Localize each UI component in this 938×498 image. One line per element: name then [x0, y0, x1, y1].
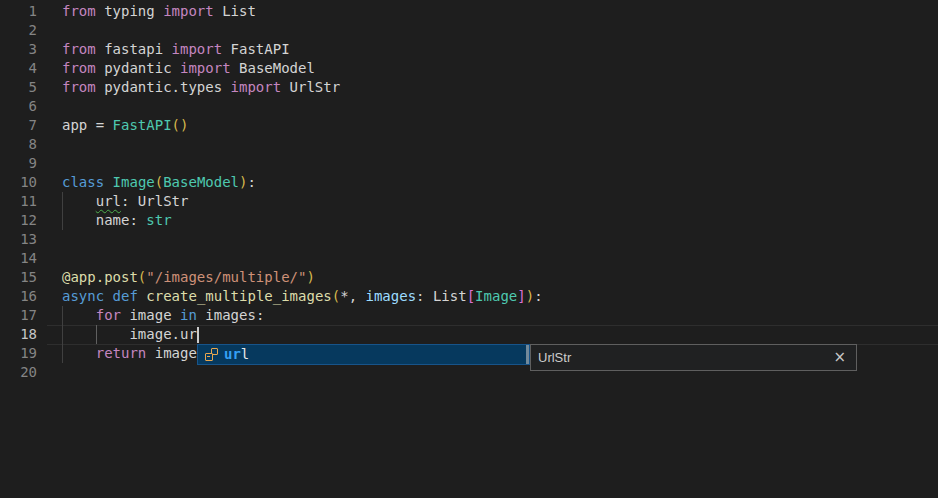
code-token: @app.post: [62, 269, 138, 285]
code-line[interactable]: 18 image.ur: [0, 325, 938, 344]
code-text: class Image(BaseModel):: [62, 173, 256, 192]
code-token: [62, 307, 96, 323]
code-token: [: [467, 288, 475, 304]
code-text: app = FastAPI(): [62, 116, 188, 135]
line-number[interactable]: 12: [0, 211, 37, 230]
code-token: image.ur: [62, 326, 197, 342]
code-token: pydantic.types: [96, 79, 231, 95]
code-token: (): [172, 117, 189, 133]
line-number[interactable]: 10: [0, 173, 37, 192]
line-number[interactable]: 11: [0, 192, 37, 211]
suggestion-detail-panel: UrlStr ×: [530, 344, 857, 371]
line-number[interactable]: 13: [0, 230, 37, 249]
code-line[interactable]: 17 for image in images:: [0, 306, 938, 325]
line-number[interactable]: 17: [0, 306, 37, 325]
code-line[interactable]: 12 name: str: [0, 211, 938, 230]
line-number[interactable]: 20: [0, 363, 37, 382]
code-line[interactable]: 9: [0, 154, 938, 173]
code-token: from: [62, 3, 96, 19]
code-line[interactable]: 7app = FastAPI(): [0, 116, 938, 135]
field-icon: [205, 348, 218, 361]
line-number[interactable]: 3: [0, 40, 37, 59]
code-token: in: [180, 307, 197, 323]
code-token: app =: [62, 117, 113, 133]
code-token: UrlStr: [281, 79, 340, 95]
line-number[interactable]: 5: [0, 78, 37, 97]
code-line[interactable]: 13: [0, 230, 938, 249]
code-line[interactable]: 10class Image(BaseModel):: [0, 173, 938, 192]
code-token: : List: [416, 288, 467, 304]
line-number[interactable]: 8: [0, 135, 37, 154]
code-token: Image: [475, 288, 517, 304]
code-token: str: [146, 212, 171, 228]
code-token: pydantic: [96, 60, 180, 76]
code-line[interactable]: 3from fastapi import FastAPI: [0, 40, 938, 59]
code-token: *,: [340, 288, 365, 304]
line-number[interactable]: 9: [0, 154, 37, 173]
code-token: images: [366, 288, 417, 304]
code-token: fastapi: [96, 41, 172, 57]
code-line[interactable]: 8: [0, 135, 938, 154]
code-token: :: [247, 174, 255, 190]
code-token: "/images/multiple/": [146, 269, 306, 285]
code-token: import: [172, 41, 223, 57]
code-token: [62, 193, 96, 209]
line-number[interactable]: 4: [0, 59, 37, 78]
code-line[interactable]: 4from pydantic import BaseModel: [0, 59, 938, 78]
code-line[interactable]: 16async def create_multiple_images(*, im…: [0, 287, 938, 306]
code-token: typing: [96, 3, 163, 19]
suggestion-detail-text: UrlStr: [538, 348, 833, 367]
code-token: ]: [517, 288, 525, 304]
code-token: [62, 345, 96, 361]
line-number[interactable]: 19: [0, 344, 37, 363]
code-line[interactable]: 14: [0, 249, 938, 268]
code-token: List: [214, 3, 256, 19]
code-text: async def create_multiple_images(*, imag…: [62, 287, 543, 306]
code-token: :: [534, 288, 542, 304]
line-number[interactable]: 7: [0, 116, 37, 135]
code-token: Image: [113, 174, 155, 190]
code-token: ): [526, 288, 534, 304]
line-number[interactable]: 16: [0, 287, 37, 306]
code-text: url: UrlStr: [62, 192, 188, 211]
line-number[interactable]: 6: [0, 97, 37, 116]
code-text: for image in images:: [62, 306, 264, 325]
code-token: import: [231, 79, 282, 95]
code-line[interactable]: 2: [0, 21, 938, 40]
code-line[interactable]: 11 url: UrlStr: [0, 192, 938, 211]
code-token: (: [155, 174, 163, 190]
code-area: 1from typing import List23from fastapi i…: [0, 2, 938, 382]
suggestion-label: url: [224, 345, 249, 364]
code-token: def: [113, 288, 138, 304]
code-text: from pydantic import BaseModel: [62, 59, 315, 78]
code-token: BaseModel: [231, 60, 315, 76]
code-token: images:: [197, 307, 264, 323]
code-token: async: [62, 288, 104, 304]
code-line[interactable]: 5from pydantic.types import UrlStr: [0, 78, 938, 97]
line-number[interactable]: 2: [0, 21, 37, 40]
code-line[interactable]: 15@app.post("/images/multiple/"): [0, 268, 938, 287]
code-token: class: [62, 174, 104, 190]
code-token: ): [306, 269, 314, 285]
suggest-scrollbar-thumb[interactable]: [526, 345, 529, 364]
line-number[interactable]: 15: [0, 268, 37, 287]
line-number[interactable]: 14: [0, 249, 37, 268]
line-number[interactable]: 1: [0, 2, 37, 21]
code-line[interactable]: 6: [0, 97, 938, 116]
code-token: from: [62, 60, 96, 76]
code-token: name:: [62, 212, 146, 228]
code-token: from: [62, 79, 96, 95]
code-token: BaseModel: [163, 174, 239, 190]
text-cursor: [197, 327, 199, 343]
code-token: image: [121, 307, 180, 323]
line-number[interactable]: 18: [0, 325, 37, 344]
code-token: : UrlStr: [121, 193, 188, 209]
suggestion-item-url[interactable]: url: [198, 345, 529, 364]
code-token: url: [96, 193, 121, 209]
code-token: image: [146, 345, 197, 361]
code-line[interactable]: 1from typing import List: [0, 2, 938, 21]
code-text: from fastapi import FastAPI: [62, 40, 290, 59]
code-token: FastAPI: [222, 41, 289, 57]
code-text: image.ur: [62, 325, 197, 344]
close-icon[interactable]: ×: [833, 350, 846, 365]
